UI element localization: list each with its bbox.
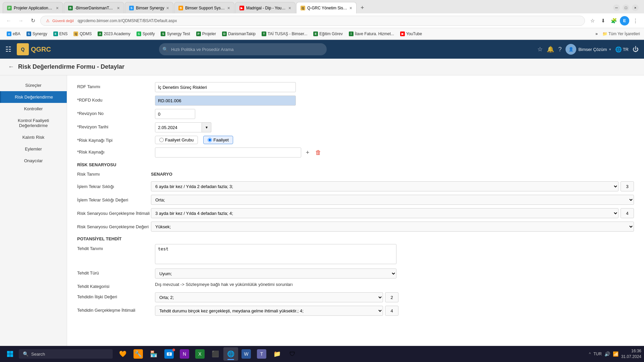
- tab-close-btn[interactable]: ×: [166, 5, 169, 11]
- window-maximize-btn[interactable]: □: [623, 4, 629, 11]
- senaryo-select-1[interactable]: 6 ayda bir kez / Yılda 2 defadan fazla; …: [151, 181, 619, 191]
- revizyon-no-input[interactable]: [155, 109, 195, 119]
- tehdit-tanimi-textarea[interactable]: [155, 244, 396, 264]
- taskbar-app-teams[interactable]: T: [254, 347, 269, 361]
- tab-projeler[interactable]: P Projeler Applications Bun... ×: [3, 2, 63, 13]
- rdf-tanimi-input[interactable]: [155, 82, 296, 92]
- taskbar-network-icon[interactable]: 📶: [613, 351, 619, 357]
- window-close-btn[interactable]: ×: [632, 4, 639, 11]
- forward-nav-btn[interactable]: →: [16, 16, 25, 25]
- bookmark-spotify[interactable]: S Spotify: [134, 31, 158, 37]
- app-menu-icon[interactable]: ☷: [5, 45, 11, 53]
- taskbar-app-files[interactable]: 🧡: [115, 347, 130, 361]
- extensions-btn[interactable]: 🧩: [609, 16, 619, 25]
- tehdidin-ilski-degeri-label: Tehdidin İlişki Değeri: [77, 292, 151, 299]
- address-bar: ← → ↻ ⚠ Güvenli değil qgrcdemo.bimser.co…: [0, 13, 644, 28]
- taskbar-app-unknown1[interactable]: ⬛: [208, 347, 223, 361]
- bookmark-star-btn[interactable]: ☆: [588, 16, 597, 25]
- senaryo-section: Risk Tanımı İşlem Tekrar Sıklığı İşlem T…: [77, 170, 634, 232]
- bookmark-projeler[interactable]: P Projeler: [194, 31, 219, 37]
- sidebar-item-kontroller[interactable]: Kontroller: [0, 103, 67, 115]
- taskbar-app-onenote[interactable]: N: [177, 347, 192, 361]
- tab-bimser-support[interactable]: B Bimser Support System ×: [174, 2, 234, 13]
- new-tab-btn[interactable]: +: [357, 2, 368, 13]
- sidebar-item-risk-degerlendirme[interactable]: Risk Değerlendirme: [0, 91, 67, 103]
- tehdidin-ilski-select[interactable]: Orta; 2;: [155, 292, 383, 302]
- help-btn[interactable]: ?: [558, 46, 561, 53]
- risk-senaryosu-header: RİSK SENARYOSU: [77, 162, 634, 167]
- tab-bimser-synergy[interactable]: S Bimser Synergy ×: [125, 2, 173, 13]
- senaryo-select-4[interactable]: Yüksek;: [151, 222, 634, 232]
- tab-close-btn[interactable]: ×: [56, 5, 59, 11]
- taskbar-app-folder[interactable]: 📁: [270, 347, 284, 361]
- bookmark-egitim[interactable]: E Eğitim Görev: [311, 31, 345, 37]
- taskbar-datetime[interactable]: 16:36 31.07.2024: [621, 348, 641, 360]
- tab-close-btn[interactable]: ×: [288, 5, 291, 11]
- rdfd-kodu-input[interactable]: [155, 96, 296, 106]
- radio-faaliyet-grubu-input[interactable]: [159, 138, 164, 142]
- window-minimize-btn[interactable]: ─: [613, 4, 620, 11]
- radio-faaliyet[interactable]: Faaliyet: [203, 136, 233, 144]
- senaryo-select-3[interactable]: 3 ayda bir kez / Yılda 4 defadan fazla; …: [151, 208, 619, 218]
- tab-close-btn[interactable]: ×: [350, 5, 352, 11]
- risk-kaynagi-input[interactable]: [155, 147, 301, 158]
- page-wrapper: ← Risk Değerlendirme Formu - Detaylar Sü…: [0, 59, 644, 362]
- bookmark-tai[interactable]: T TAİ TUSAŞ - Bimser...: [259, 31, 310, 37]
- radio-faaliyet-grubu[interactable]: Faaliyet Grubu: [155, 136, 198, 144]
- tehdidin-gerceklesme-select[interactable]: Tehdit durumu birçok kez gerçekleşti, me…: [155, 306, 383, 316]
- bookmark-youtube[interactable]: ▶ YouTube: [397, 31, 425, 37]
- taskbar-app-outlook[interactable]: 📧: [162, 347, 176, 361]
- radio-faaliyet-input[interactable]: [208, 138, 212, 142]
- tab-youtube[interactable]: ▶ Madrigal - Dip - YouTu... ×: [235, 2, 296, 13]
- sidebar-item-kontrol-faaliyeti[interactable]: Kontrol Faaliyeti Değerlendirme: [0, 115, 67, 131]
- taskbar-app-chrome[interactable]: 🌐: [223, 347, 238, 361]
- downloads-btn[interactable]: ⬇: [598, 16, 608, 25]
- tab-bimser-daniman[interactable]: B -BimserDanismanTakip202... ×: [64, 2, 124, 13]
- taskbar-app-devtools[interactable]: 🔧: [131, 347, 146, 361]
- tab-qgrc-active[interactable]: Q Q-GRC Yönetim Sistemi ×: [296, 2, 357, 13]
- risk-kaynagi-add-btn[interactable]: +: [303, 148, 312, 157]
- senaryo-select-2[interactable]: Orta;: [151, 195, 634, 205]
- bookmarks-more-btn[interactable]: »: [593, 31, 600, 37]
- tab-close-btn[interactable]: ×: [227, 5, 230, 11]
- bookmark-synergy-test[interactable]: S Synergy Test: [158, 31, 193, 37]
- bookmark-danismantakip[interactable]: D DanismanTakip: [219, 31, 258, 37]
- bookmark-ilave-fatura[interactable]: İ İlave Fatura. Hizmet...: [346, 31, 397, 37]
- lang-btn[interactable]: 🌐 TR: [615, 46, 629, 53]
- user-btn[interactable]: 👤 Bimser Çözüm ▾: [566, 44, 611, 55]
- risk-senaryosu-gerceklesme-label: Risk Senaryosu Gerçekleşme İhtimali: [77, 208, 151, 218]
- date-calendar-btn[interactable]: ▾: [202, 122, 211, 132]
- back-nav-btn[interactable]: ←: [4, 16, 13, 25]
- bookmark-ens[interactable]: E ENS: [51, 31, 70, 37]
- taskbar-volume-icon[interactable]: 🔊: [604, 351, 610, 357]
- taskbar-app-excel[interactable]: X: [193, 347, 207, 361]
- all-bookmarks-btn[interactable]: 📁 Tüm Yer İşaretleri: [602, 32, 640, 36]
- taskbar-app-shield[interactable]: 🛡: [285, 347, 300, 361]
- revizyon-tarihi-input[interactable]: [155, 122, 202, 132]
- sidebar-item-onayclar[interactable]: Onaycılar: [0, 155, 67, 167]
- power-btn[interactable]: ⏻: [633, 46, 639, 53]
- back-button[interactable]: ←: [8, 63, 14, 70]
- app-search-input[interactable]: [159, 43, 327, 55]
- sidebar-item-surecler[interactable]: Süreçler: [0, 79, 67, 91]
- sidebar-item-eylemler[interactable]: Eylemler: [0, 143, 67, 155]
- sidebar-item-kalinti-risk[interactable]: Kalıntı Risk: [0, 131, 67, 143]
- tehdit-turu-select[interactable]: Uyum;: [155, 268, 396, 279]
- star-btn[interactable]: ☆: [537, 46, 543, 53]
- taskbar-app-word[interactable]: W: [239, 347, 254, 361]
- settings-btn[interactable]: ⋮: [631, 16, 640, 25]
- notification-btn[interactable]: 🔔: [547, 46, 554, 53]
- risk-kaynagi-delete-btn[interactable]: 🗑: [314, 148, 323, 157]
- taskbar-search-box[interactable]: 🔍 Search: [19, 349, 113, 359]
- bookmark-synergy[interactable]: S Synergy: [24, 31, 50, 37]
- reload-btn[interactable]: ↻: [28, 16, 38, 25]
- bookmark-2023academy[interactable]: A 2023 Academy: [95, 31, 133, 37]
- tab-close-btn[interactable]: ×: [117, 5, 120, 11]
- taskbar-tray-chevron[interactable]: ^: [589, 352, 591, 356]
- taskbar-app-store[interactable]: 🏪: [146, 347, 161, 361]
- taskbar-start-btn[interactable]: [3, 347, 17, 361]
- profile-btn[interactable]: E: [620, 16, 629, 25]
- bookmark-qdms[interactable]: Q QDMS: [71, 31, 94, 37]
- address-input[interactable]: ⚠ Güvenli değil qgrcdemo.bimser.com.tr/Q…: [40, 16, 585, 26]
- bookmark-eba[interactable]: e eBA: [4, 31, 23, 37]
